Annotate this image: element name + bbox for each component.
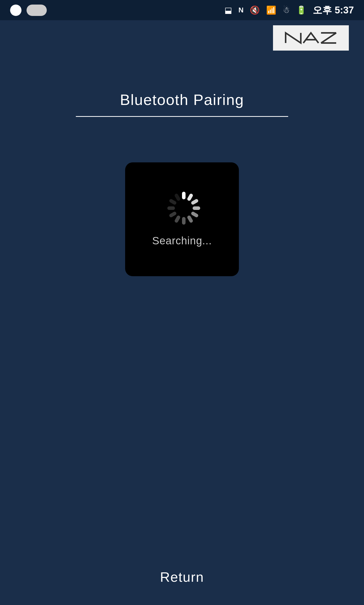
page-title: Bluetooth Pairing [120, 91, 244, 109]
nfc-icon: N [238, 6, 243, 14]
navis-logo [283, 30, 339, 46]
spinner-dash-3 [191, 198, 199, 205]
searching-box: Searching... [125, 162, 239, 276]
mute-icon: 🔇 [250, 5, 260, 15]
spinner-dash-12 [174, 193, 181, 201]
spinner-dash-11 [169, 198, 177, 205]
spinner-dash-2 [187, 193, 193, 201]
spinner-dash-10 [167, 206, 175, 210]
status-pill-icon [27, 5, 47, 16]
status-bar-left [10, 5, 47, 16]
searching-text: Searching... [152, 235, 212, 247]
status-bar-right: ⬓ N 🔇 📶 ☃ 🔋 오후 5:37 [224, 4, 354, 17]
loading-spinner [166, 192, 198, 225]
logo-box [273, 25, 349, 51]
status-time: 오후 5:37 [313, 4, 354, 17]
return-button[interactable]: Return [160, 569, 204, 585]
spinner-dash-6 [187, 215, 193, 223]
status-circle-icon [10, 5, 21, 16]
svg-line-2 [321, 33, 336, 43]
title-divider [76, 116, 288, 117]
battery-icon: 🔋 [296, 5, 306, 15]
spinner-dash-5 [191, 211, 199, 218]
status-bar: ⬓ N 🔇 📶 ☃ 🔋 오후 5:37 [0, 0, 364, 20]
spinner-dash-4 [193, 206, 200, 210]
wifi-icon: 📶 [266, 5, 276, 15]
signal-icon: ☃ [283, 5, 290, 15]
bluetooth-icon: ⬓ [224, 5, 232, 15]
spinner-dash-1 [182, 192, 186, 199]
main-content: Bluetooth Pairing Searching... [0, 20, 364, 276]
spinner-dash-7 [182, 217, 186, 225]
logo-container [273, 25, 349, 51]
spinner-dash-9 [169, 211, 177, 218]
spinner-dash-8 [174, 215, 181, 223]
